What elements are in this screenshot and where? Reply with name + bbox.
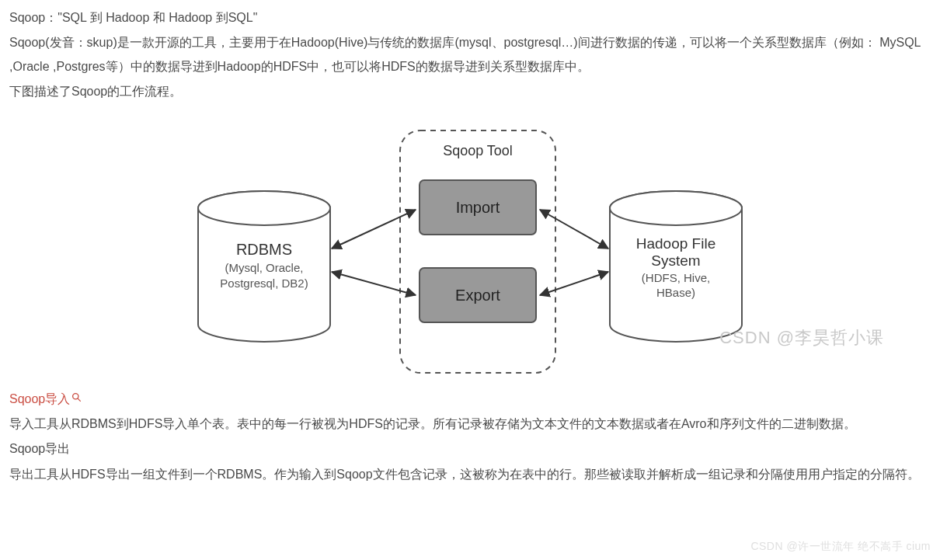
svg-text:(HDFS, Hive,: (HDFS, Hive, xyxy=(642,271,710,284)
svg-line-11 xyxy=(78,398,80,401)
search-icon[interactable] xyxy=(71,387,82,410)
sqoop-tool-label: Sqoop Tool xyxy=(443,143,513,158)
svg-text:Hadoop File: Hadoop File xyxy=(636,235,715,252)
arrow-export-hadoop xyxy=(540,272,608,295)
import-label: Import xyxy=(456,199,500,216)
import-desc: 导入工具从RDBMS到HDFS导入单个表。表中的每一行被视为HDFS的记录。所有… xyxy=(9,412,931,436)
sqoop-tool-box xyxy=(400,130,555,373)
rdbms-cylinder: RDBMS (Mysql, Oracle, Postgresql, DB2) xyxy=(198,191,330,342)
sqoop-workflow-diagram: RDBMS (Mysql, Oracle, Postgresql, DB2) H… xyxy=(9,117,931,381)
export-desc: 导出工具从HDFS导出一组文件到一个RDBMS。作为输入到Sqoop文件包含记录… xyxy=(9,463,931,486)
arrow-rdbms-import xyxy=(332,210,416,249)
sqoop-import-link[interactable]: Sqoop导入 xyxy=(9,392,70,405)
intro-line-2: Sqoop(发音：skup)是一款开源的工具，主要用于在Hadoop(Hive)… xyxy=(9,31,931,78)
rdbms-title: RDBMS xyxy=(236,241,292,258)
svg-text:(Mysql, Oracle,: (Mysql, Oracle, xyxy=(225,261,304,274)
svg-point-5 xyxy=(610,191,742,225)
svg-point-1 xyxy=(198,191,330,225)
arrow-rdbms-export xyxy=(332,272,416,295)
svg-text:Postgresql, DB2): Postgresql, DB2) xyxy=(220,277,308,290)
svg-text:HBase): HBase) xyxy=(656,286,695,299)
intro-line-3: 下图描述了Sqoop的工作流程。 xyxy=(9,80,931,103)
hadoop-cylinder: Hadoop File System (HDFS, Hive, HBase) xyxy=(610,191,742,342)
import-heading-row: Sqoop导入 xyxy=(9,387,931,411)
export-heading: Sqoop导出 xyxy=(9,437,931,461)
arrow-import-hadoop xyxy=(540,210,608,249)
export-label: Export xyxy=(455,287,500,304)
intro-line-1: Sqoop："SQL 到 Hadoop 和 Hadoop 到SQL" xyxy=(9,6,931,30)
svg-text:System: System xyxy=(651,252,700,269)
diagram-svg: RDBMS (Mysql, Oracle, Postgresql, DB2) H… xyxy=(183,117,757,381)
